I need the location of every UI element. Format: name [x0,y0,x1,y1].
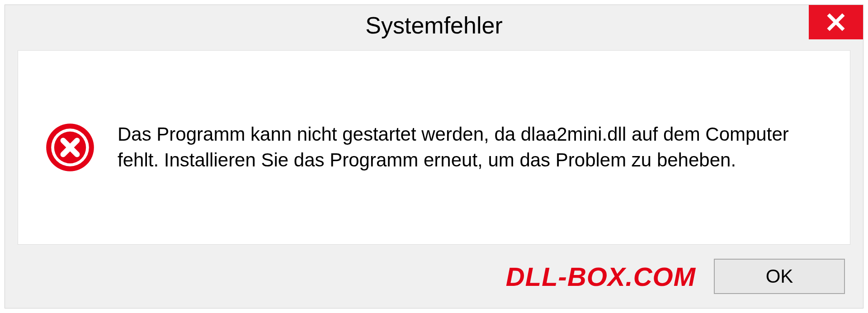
content-panel: Das Programm kann nicht gestartet werden… [18,50,850,245]
ok-button-label: OK [766,266,793,287]
error-dialog: Systemfehler Das Programm kann nicht ges… [5,5,863,308]
watermark-text: DLL-BOX.COM [506,261,696,292]
dialog-title: Systemfehler [365,12,502,39]
ok-button[interactable]: OK [714,259,845,294]
titlebar: Systemfehler [5,5,863,46]
error-message: Das Programm kann nicht gestartet werden… [118,122,823,173]
close-icon [826,13,845,32]
close-button[interactable] [809,5,863,39]
dialog-footer: DLL-BOX.COM OK [5,245,863,308]
error-icon [45,123,95,172]
